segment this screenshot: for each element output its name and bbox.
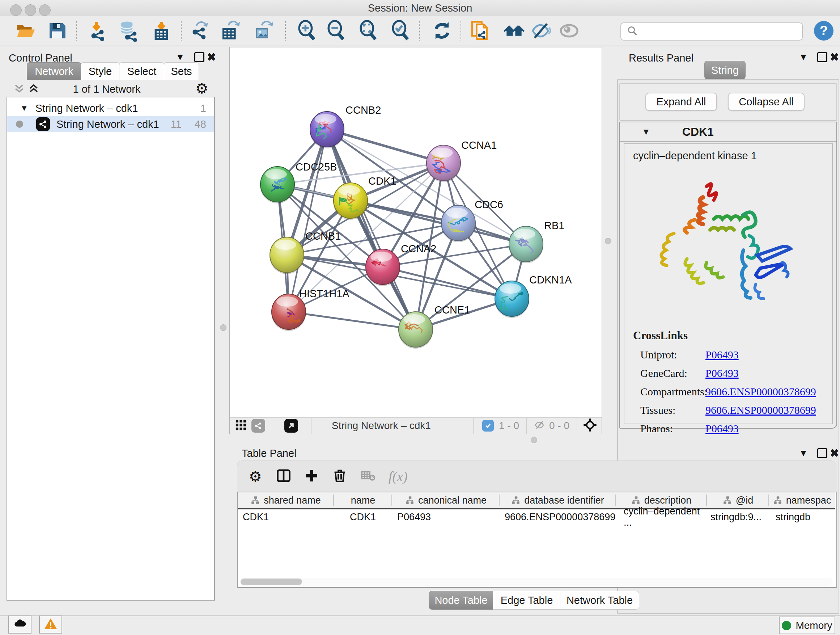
selected-checkbox-icon[interactable] xyxy=(482,420,494,432)
float-panel-icon[interactable]: ▼ xyxy=(799,51,808,63)
export-network-icon[interactable] xyxy=(188,19,210,42)
network-type-icon xyxy=(36,117,50,131)
float-panel-icon[interactable]: ▼ xyxy=(175,51,185,63)
zoom-out-icon[interactable] xyxy=(325,19,347,42)
refresh-icon[interactable] xyxy=(431,19,453,42)
import-network-file-icon[interactable] xyxy=(87,19,109,42)
pharos-link[interactable]: P06493 xyxy=(706,423,739,434)
search-input[interactable] xyxy=(641,24,802,39)
network-canvas[interactable]: CCNB2CCNA1CDC25BCDK1CDC6RB1CCNB1CCNA2CDK… xyxy=(229,47,602,434)
tree-expand-icon[interactable]: ▼ xyxy=(20,103,28,113)
tab-select[interactable]: Select xyxy=(119,62,164,80)
tab-node-table[interactable]: Node Table xyxy=(429,591,493,610)
tissues-link[interactable]: 9606.ENSP00000378699 xyxy=(706,404,816,416)
open-session-icon[interactable] xyxy=(14,19,36,42)
delete-column-icon[interactable] xyxy=(332,468,347,485)
new-network-from-selection-icon[interactable] xyxy=(469,19,492,42)
window-title: Session: New Session xyxy=(0,0,840,16)
gear-icon[interactable]: ⚙ xyxy=(249,469,262,484)
float-panel-icon[interactable]: ▼ xyxy=(799,448,808,459)
close-panel-icon[interactable]: ✖ xyxy=(830,447,839,459)
expand-all-icon[interactable] xyxy=(27,82,40,96)
crosslink-row: Compartments:9606.ENSP00000378699 xyxy=(640,383,832,402)
show-all-icon[interactable] xyxy=(559,19,581,42)
expand-all-button[interactable]: Expand All xyxy=(645,93,717,111)
tab-network-table[interactable]: Network Table xyxy=(560,591,639,610)
genecard-link[interactable]: P06493 xyxy=(706,367,739,379)
uniprot-link[interactable]: P06493 xyxy=(706,348,739,361)
close-panel-icon[interactable]: ✖ xyxy=(830,51,839,63)
tab-network[interactable]: Network xyxy=(27,62,81,80)
hide-selected-icon[interactable] xyxy=(529,19,552,42)
cloud-icon xyxy=(13,616,27,632)
node-table[interactable]: shared name name canonical name database… xyxy=(237,492,837,588)
gear-icon[interactable]: ⚙ xyxy=(195,81,208,96)
network-row-selected[interactable]: String Network – cdk1 11 48 xyxy=(7,116,214,132)
import-network-database-icon[interactable] xyxy=(117,19,139,42)
bottom-splitter-handle[interactable] xyxy=(531,437,537,443)
compartments-link[interactable]: 9606.ENSP00000378699 xyxy=(706,386,816,397)
export-image-icon[interactable] xyxy=(252,19,274,42)
import-table-icon[interactable] xyxy=(150,19,172,42)
search-icon xyxy=(627,25,638,38)
maximize-panel-icon[interactable] xyxy=(817,448,827,460)
close-panel-icon[interactable]: ✖ xyxy=(207,51,216,63)
network-graph[interactable]: CCNB2CCNA1CDC25BCDK1CDC6RB1CCNB1CCNA2CDK… xyxy=(230,48,602,417)
memory-button[interactable]: Memory xyxy=(779,616,835,634)
warning-button[interactable] xyxy=(39,616,62,633)
first-neighbors-icon[interactable] xyxy=(503,19,525,42)
zoom-selected-icon[interactable] xyxy=(389,19,412,42)
export-table-icon[interactable] xyxy=(218,19,241,42)
toolbar-separator xyxy=(419,21,420,41)
table-cell[interactable]: CDK1 xyxy=(334,509,392,524)
collapse-all-button[interactable]: Collapse All xyxy=(728,93,805,111)
save-session-icon[interactable] xyxy=(46,19,68,42)
maximize-panel-icon[interactable] xyxy=(817,52,827,64)
table-toolbar: ⚙ f(x) xyxy=(237,461,836,492)
table-cell[interactable]: P06493 xyxy=(392,509,500,524)
network-tree: ▼ String Network – cdk1 1 String Network… xyxy=(6,97,215,600)
tab-sets[interactable]: Sets xyxy=(164,62,199,80)
section-collapse-icon[interactable]: ▼ xyxy=(642,127,651,137)
help-icon[interactable]: ? xyxy=(814,21,834,41)
network-collection-row[interactable]: ▼ String Network – cdk1 1 xyxy=(7,100,214,116)
status-bar xyxy=(0,616,840,635)
right-splitter-handle[interactable] xyxy=(605,238,611,244)
node-label: CDC6 xyxy=(475,199,503,211)
expand-collapse-box: Expand All Collapse All xyxy=(619,83,837,121)
open-in-window-icon[interactable] xyxy=(284,419,298,432)
protein-structure-image xyxy=(652,172,804,317)
tab-string[interactable]: String xyxy=(704,61,745,79)
zoom-fit-icon[interactable] xyxy=(357,19,379,42)
gene-description: cyclin–dependent kinase 1 xyxy=(633,150,832,162)
left-splitter-handle[interactable] xyxy=(220,325,226,331)
gene-section-header[interactable]: ▼ CDK1 xyxy=(620,122,836,142)
add-column-icon[interactable] xyxy=(304,468,319,485)
cloud-button[interactable] xyxy=(8,616,32,633)
tab-edge-table[interactable]: Edge Table xyxy=(493,591,561,610)
table-cell[interactable]: CDK1 xyxy=(238,509,334,524)
network-view-title: String Network – cdk1 xyxy=(332,420,431,432)
crosslink-row: GeneCard:P06493 xyxy=(640,365,832,383)
zoom-in-icon[interactable] xyxy=(295,19,318,42)
network-edge-count: 48 xyxy=(195,119,206,130)
delete-table-icon xyxy=(360,468,376,485)
share-view-icon[interactable] xyxy=(251,419,265,432)
table-cell[interactable]: cyclin–dependent ... xyxy=(616,509,707,524)
main-toolbar: ? xyxy=(0,16,840,46)
search-box xyxy=(621,22,803,41)
node-label: HIST1H1A xyxy=(299,288,349,299)
scrollbar-thumb[interactable] xyxy=(240,578,302,585)
table-cell[interactable]: 9606.ENSP00000378699 xyxy=(500,509,616,524)
table-cell[interactable]: stringdb xyxy=(769,509,835,524)
tab-style[interactable]: Style xyxy=(81,62,120,80)
table-cell[interactable]: stringdb:9... xyxy=(707,509,769,524)
split-columns-icon[interactable] xyxy=(276,468,292,485)
crosslink-row: Tissues:9606.ENSP00000378699 xyxy=(640,402,832,420)
grid-view-icon[interactable] xyxy=(235,419,247,432)
network-node-count: 11 xyxy=(171,119,182,130)
node-label: CCNE1 xyxy=(434,304,470,316)
crosshair-icon[interactable] xyxy=(583,418,597,434)
horizontal-scrollbar[interactable] xyxy=(240,578,833,586)
collapse-all-icon[interactable] xyxy=(13,82,25,96)
